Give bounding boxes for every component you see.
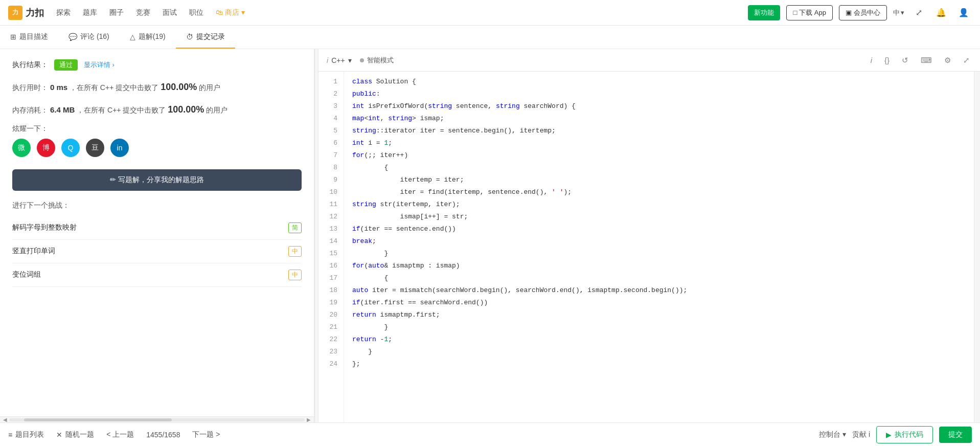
problem-progress: 1455/1658 <box>146 431 180 439</box>
code-line[interactable]: { <box>352 162 974 174</box>
exec-time-row: 执行用时： 0 ms ，在所有 C++ 提交中击败了 100.00% 的用户 <box>12 79 302 95</box>
list-icon: ≡ <box>8 431 12 439</box>
nav-interview[interactable]: 面试 <box>163 8 177 17</box>
keyboard-icon[interactable]: ⌨ <box>919 54 934 67</box>
left-content: 执行结果： 通过 显示详情 › 执行用时： 0 ms ，在所有 C++ 提交中击… <box>0 49 314 416</box>
code-line[interactable]: if(iter.first == searchWord.end()) <box>352 297 974 309</box>
contribute-button[interactable]: 贡献 i <box>852 430 870 439</box>
code-line[interactable]: { <box>352 272 974 284</box>
code-line[interactable]: for(;; iter++) <box>352 149 974 162</box>
challenge-list: 解码字母到整数映射 简 竖直打印单词 中 变位词组 中 <box>12 216 302 287</box>
code-line[interactable]: } <box>352 346 974 358</box>
code-line[interactable]: itertemp = iter; <box>352 174 974 186</box>
new-feature-button[interactable]: 新功能 <box>748 5 780 20</box>
code-line[interactable]: string str(itertemp, iter); <box>352 198 974 211</box>
code-line[interactable]: int isPrefixOfWord(string sentence, stri… <box>352 100 974 113</box>
code-line[interactable]: string::iterator iter = sentence.begin()… <box>352 125 974 137</box>
code-line[interactable]: } <box>352 248 974 260</box>
reset-icon[interactable]: ↺ <box>900 54 910 67</box>
code-line[interactable]: if(iter == sentence.end()) <box>352 223 974 235</box>
tab-solutions[interactable]: △ 题解(19) <box>120 26 176 49</box>
line-number: 14 <box>318 235 344 248</box>
console-button[interactable]: 控制台 ▾ <box>819 430 846 439</box>
run-code-button[interactable]: ▶ 执行代码 <box>876 426 933 443</box>
panel-divider[interactable] <box>314 49 318 422</box>
top-nav: 力 力扣 探索 题库 圈子 竞赛 面试 职位 🛍 商店 ▾ 新功能 □ 下载 A… <box>0 0 980 26</box>
notification-icon[interactable]: 🔔 <box>933 5 949 21</box>
code-line[interactable]: public: <box>352 88 974 100</box>
editor-toolbar: i C++ ▾ 智能模式 i {} ↺ ⌨ ⚙ ⤢ <box>318 49 980 72</box>
weibo-icon[interactable]: 博 <box>37 139 55 157</box>
code-line[interactable]: }; <box>352 358 974 370</box>
user-avatar[interactable]: 👤 <box>955 5 972 21</box>
code-content[interactable]: class Solution {public: int isPrefixOfWo… <box>344 72 974 422</box>
info-icon[interactable]: i <box>869 54 874 66</box>
format-icon[interactable]: {} <box>882 54 892 66</box>
expand-icon[interactable]: ⤢ <box>961 54 972 67</box>
nav-jobs[interactable]: 职位 <box>189 8 203 17</box>
smart-mode-toggle[interactable]: 智能模式 <box>360 56 394 65</box>
language-selector[interactable]: 中 ▾ <box>893 8 904 17</box>
code-line[interactable]: break; <box>352 235 974 248</box>
nav-shop[interactable]: 🛍 商店 ▾ <box>216 8 245 17</box>
code-line[interactable]: for(auto& ismaptmp : ismap) <box>352 260 974 272</box>
nav-explore[interactable]: 探索 <box>56 8 71 17</box>
description-icon: ⊞ <box>10 33 16 41</box>
logo-text: 力扣 <box>26 7 44 19</box>
code-line[interactable]: iter = find(itertemp, sentence.end(), ' … <box>352 186 974 198</box>
tab-submissions[interactable]: ⏱ 提交记录 <box>176 26 235 49</box>
nav-contest[interactable]: 竞赛 <box>136 8 150 17</box>
tab-comments[interactable]: 💬 评论 (16) <box>58 26 120 49</box>
settings-icon[interactable]: ⚙ <box>942 54 953 67</box>
solutions-icon: △ <box>130 33 135 41</box>
challenge-item-1[interactable]: 竖直打印单词 中 <box>12 240 302 263</box>
scroll-track[interactable] <box>9 418 305 421</box>
smart-dot <box>360 58 364 62</box>
linkedin-icon[interactable]: in <box>110 139 129 157</box>
code-line[interactable]: int i = 1; <box>352 137 974 149</box>
code-line[interactable]: class Solution { <box>352 76 974 88</box>
result-label: 执行结果： <box>12 60 48 70</box>
wechat-icon[interactable]: 微 <box>12 139 31 157</box>
prev-problem-button[interactable]: < 上一题 <box>106 430 134 439</box>
tab-description[interactable]: ⊞ 题目描述 <box>0 26 58 49</box>
result-detail-link[interactable]: 显示详情 › <box>84 60 115 70</box>
submit-button[interactable]: 提交 <box>939 427 972 443</box>
logo[interactable]: 力 力扣 <box>8 6 44 20</box>
left-panel: 执行结果： 通过 显示详情 › 执行用时： 0 ms ，在所有 C++ 提交中击… <box>0 49 314 422</box>
line-number: 13 <box>318 223 344 235</box>
fullscreen-icon[interactable]: ⤢ <box>910 5 927 21</box>
code-line[interactable]: return -1; <box>352 333 974 346</box>
douban-icon[interactable]: 豆 <box>86 139 104 157</box>
scroll-left-icon[interactable]: ◀ <box>1 417 9 422</box>
result-row: 执行结果： 通过 显示详情 › <box>12 59 302 71</box>
logo-icon: 力 <box>8 6 22 20</box>
challenge-item-2[interactable]: 变位词组 中 <box>12 263 302 287</box>
code-line[interactable]: } <box>352 321 974 333</box>
write-solution-button[interactable]: ✏ 写题解，分享我的解题思路 <box>12 169 302 191</box>
random-problem-button[interactable]: ✕ 随机一题 <box>56 430 94 439</box>
code-editor[interactable]: 123456789101112131415161718192021222324 … <box>318 72 980 422</box>
nav-problems[interactable]: 题库 <box>83 8 97 17</box>
right-scrollbar[interactable] <box>974 72 980 422</box>
language-selector[interactable]: i C++ ▾ <box>327 56 352 64</box>
social-icons: 微 博 Q 豆 in <box>12 139 302 157</box>
member-center-button[interactable]: ▣ 会员中心 <box>839 5 887 20</box>
line-number: 7 <box>318 149 344 162</box>
main-layout: 执行结果： 通过 显示详情 › 执行用时： 0 ms ，在所有 C++ 提交中击… <box>0 49 980 422</box>
result-badge: 通过 <box>54 59 78 71</box>
problem-list-button[interactable]: ≡ 题目列表 <box>8 430 44 439</box>
code-line[interactable]: return ismaptmp.first; <box>352 309 974 321</box>
nav-community[interactable]: 圈子 <box>109 8 124 17</box>
download-app-button[interactable]: □ 下载 App <box>786 5 833 20</box>
code-line[interactable]: map<int, string> ismap; <box>352 113 974 125</box>
qq-icon[interactable]: Q <box>61 139 80 157</box>
next-problem-button[interactable]: 下一题 > <box>192 430 220 439</box>
scroll-right-icon[interactable]: ▶ <box>305 417 313 422</box>
code-line[interactable]: auto iter = mismatch(searchWord.begin(),… <box>352 284 974 297</box>
lang-icon: i <box>327 56 328 64</box>
random-icon: ✕ <box>56 431 62 439</box>
challenge-item-0[interactable]: 解码字母到整数映射 简 <box>12 216 302 240</box>
code-line[interactable]: ismap[i++] = str; <box>352 211 974 223</box>
line-number: 15 <box>318 248 344 260</box>
